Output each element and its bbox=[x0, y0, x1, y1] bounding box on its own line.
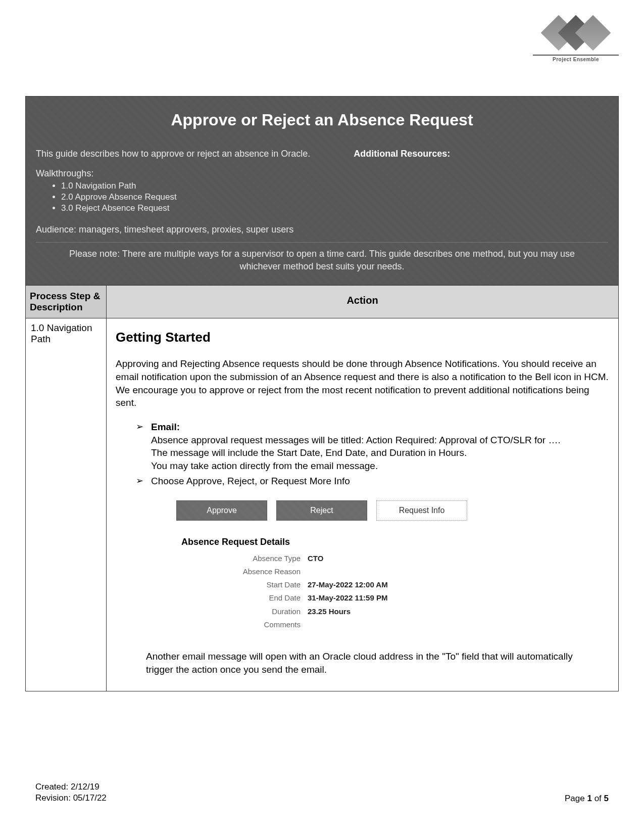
absence-details: Absence Request Details Absence Type CTO… bbox=[181, 536, 609, 630]
after-paragraph: Another email message will open with an … bbox=[146, 650, 575, 676]
page-prefix: Page bbox=[565, 794, 587, 803]
walkthrough-item: 2.0 Approve Absence Request bbox=[61, 192, 333, 202]
detail-row: Start Date 27-May-2022 12:00 AM bbox=[181, 580, 609, 590]
email-line: The message will include the Start Date,… bbox=[151, 446, 609, 459]
walkthrough-item: 3.0 Reject Absence Request bbox=[61, 203, 333, 213]
table-row: 1.0 Navigation Path Getting Started Appr… bbox=[26, 318, 618, 691]
page-title: Approve or Reject an Absence Request bbox=[26, 97, 618, 144]
arrow-list: Email: Absence approval request messages… bbox=[136, 421, 609, 487]
button-row: Approve Reject Request Info bbox=[176, 500, 609, 521]
detail-value: 31-May-2022 11:59 PM bbox=[308, 593, 387, 603]
email-bullet: Email: Absence approval request messages… bbox=[136, 421, 609, 473]
email-line: You may take action directly from the em… bbox=[151, 459, 609, 473]
th-action: Action bbox=[107, 286, 618, 318]
page-current: 1 bbox=[587, 794, 591, 803]
created-date: Created: 2/12/19 bbox=[35, 781, 107, 793]
detail-row: Duration 23.25 Hours bbox=[181, 607, 609, 617]
walkthrough-item: 1.0 Navigation Path bbox=[61, 181, 333, 191]
intro-description: This guide describes how to approve or r… bbox=[36, 149, 333, 159]
logo: Project Ensemble bbox=[533, 20, 619, 62]
detail-row: Absence Reason bbox=[181, 567, 609, 577]
table-header: Process Step & Description Action bbox=[26, 285, 618, 318]
approve-button[interactable]: Approve bbox=[176, 500, 267, 521]
detail-row: End Date 31-May-2022 11:59 PM bbox=[181, 593, 609, 603]
th-process-step: Process Step & Description bbox=[26, 286, 107, 318]
intro-block: This guide describes how to approve or r… bbox=[26, 144, 618, 285]
page-number: Page 1 of 5 bbox=[565, 794, 609, 804]
detail-label: Absence Reason bbox=[181, 567, 308, 577]
page-of: of bbox=[592, 794, 604, 803]
intro-paragraph: Approving and Rejecting Absence requests… bbox=[116, 357, 609, 409]
walkthroughs-title: Walkthroughs: bbox=[36, 168, 333, 179]
detail-value: 27-May-2022 12:00 AM bbox=[308, 580, 388, 590]
logo-caption: Project Ensemble bbox=[533, 55, 619, 62]
email-label: Email: bbox=[151, 422, 180, 432]
detail-label: Absence Type bbox=[181, 553, 308, 564]
detail-value: 23.25 Hours bbox=[308, 607, 351, 617]
walkthroughs-list: 1.0 Navigation Path 2.0 Approve Absence … bbox=[61, 181, 333, 213]
details-title: Absence Request Details bbox=[181, 536, 609, 548]
reject-button[interactable]: Reject bbox=[276, 500, 367, 521]
getting-started-heading: Getting Started bbox=[116, 329, 609, 346]
step-cell: 1.0 Navigation Path bbox=[26, 318, 107, 691]
detail-label: End Date bbox=[181, 593, 308, 603]
detail-label: Comments bbox=[181, 620, 308, 630]
choose-bullet: Choose Approve, Reject, or Request More … bbox=[136, 475, 609, 488]
detail-row: Absence Type CTO bbox=[181, 553, 609, 564]
main-container: Approve or Reject an Absence Request Thi… bbox=[25, 96, 619, 691]
page-total: 5 bbox=[604, 794, 609, 803]
action-cell: Getting Started Approving and Rejecting … bbox=[107, 318, 618, 691]
email-line: Absence approval request messages will b… bbox=[151, 434, 609, 447]
detail-row: Comments bbox=[181, 620, 609, 630]
detail-value: CTO bbox=[308, 553, 323, 564]
please-note: Please note: There are multiple ways for… bbox=[36, 242, 608, 276]
revision-date: Revision: 05/17/22 bbox=[35, 793, 107, 804]
audience-text: Audience: managers, timesheet approvers,… bbox=[36, 224, 333, 235]
footer-dates: Created: 2/12/19 Revision: 05/17/22 bbox=[35, 781, 107, 804]
footer: Created: 2/12/19 Revision: 05/17/22 Page… bbox=[35, 781, 609, 804]
logo-diamonds bbox=[533, 20, 619, 45]
detail-label: Duration bbox=[181, 607, 308, 617]
additional-resources-title: Additional Resources: bbox=[354, 149, 608, 159]
detail-label: Start Date bbox=[181, 580, 308, 590]
request-info-button[interactable]: Request Info bbox=[376, 500, 467, 521]
